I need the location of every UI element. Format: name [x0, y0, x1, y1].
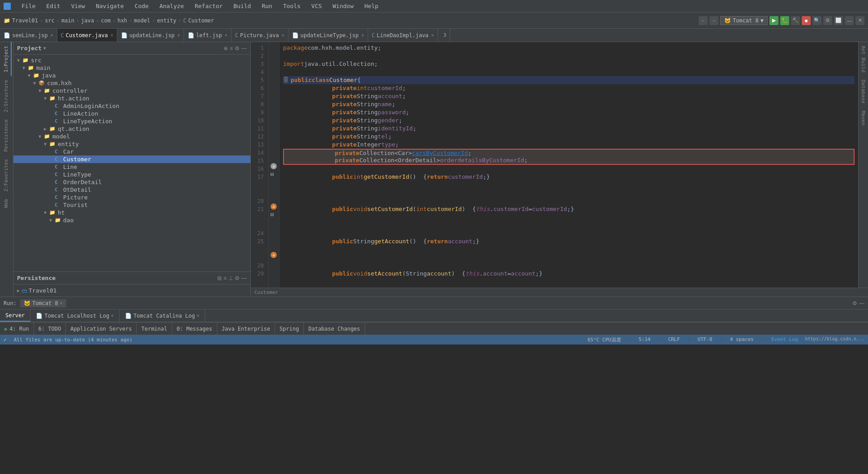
tab-picture-java[interactable]: C Picture.java ×	[232, 29, 288, 42]
breadcrumb-project[interactable]: Travel01	[12, 17, 38, 24]
back-button[interactable]: ←	[699, 16, 708, 25]
persistence-close-btn[interactable]: —	[241, 275, 247, 281]
tree-item-controller[interactable]: ▼ 📁 controller	[13, 87, 250, 95]
footer-tab-run[interactable]: ▶ 4: Run	[0, 323, 34, 335]
stop-button[interactable]: ■	[802, 16, 811, 25]
run-config-selector[interactable]: 🐱 Tomcat 8 ▼	[720, 16, 768, 25]
footer-tab-messages[interactable]: 0: Messages	[172, 323, 217, 335]
menu-edit[interactable]: Edit	[44, 2, 62, 10]
panel-collapse-btn[interactable]: ≡	[230, 45, 233, 52]
updateline-close[interactable]: ×	[177, 33, 180, 38]
customer-java-close[interactable]: ×	[111, 33, 113, 38]
settings-button[interactable]: ⚙	[823, 16, 832, 25]
close-window-button[interactable]: ✕	[855, 16, 864, 25]
breadcrumb-model[interactable]: model	[134, 17, 150, 24]
localhost-tab-close[interactable]: ×	[111, 313, 114, 318]
tree-item-linetypeaction[interactable]: ▶ C LineTypeAction	[13, 117, 250, 125]
menu-code[interactable]: Code	[133, 2, 150, 10]
forward-button[interactable]: →	[709, 16, 718, 25]
tree-item-lineaction[interactable]: ▶ C LineAction	[13, 110, 250, 117]
log-tab-catalina[interactable]: 📄 Tomcat Catalina Log ×	[120, 310, 205, 322]
tree-item-picture[interactable]: ▶ C Picture	[13, 194, 250, 201]
gutter-icon-l17[interactable]: a	[271, 163, 277, 169]
tree-item-line[interactable]: ▶ C Line	[13, 163, 250, 171]
gutter-fold-l21[interactable]: ⊟	[271, 211, 274, 218]
sidebar-item-persistence[interactable]: Persistence	[1, 116, 12, 155]
persistence-travel01[interactable]: ▶ 🗃 Travel01	[17, 286, 247, 295]
footer-tab-javaenterprise[interactable]: Java Enterprise	[217, 323, 275, 335]
sidebar-item-project[interactable]: 1:Project	[1, 42, 12, 76]
tab-more[interactable]: 3	[438, 29, 451, 42]
persistence-settings-btn[interactable]: ⚙	[235, 275, 240, 281]
maven-tab[interactable]: Maven	[859, 107, 868, 129]
linedaoimpl-close[interactable]: ×	[431, 33, 434, 38]
breadcrumb-src[interactable]: src	[45, 17, 55, 24]
gutter-icon-l33[interactable]: a	[271, 252, 277, 258]
tree-item-main[interactable]: ▼ 📁 main	[13, 64, 250, 72]
menu-navigate[interactable]: Navigate	[94, 2, 126, 10]
minimize-button[interactable]: —	[845, 16, 854, 25]
persistence-merge-btn[interactable]: ⊥	[228, 275, 233, 281]
tree-item-linetype[interactable]: ▶ C LineType	[13, 171, 250, 178]
tree-item-htaction[interactable]: ▼ 📁 ht.action	[13, 95, 250, 102]
event-log-link[interactable]: Event Log	[771, 336, 798, 343]
search-button[interactable]: 🔍	[812, 16, 821, 25]
tree-item-orderdetail[interactable]: ▶ C OrderDetail	[13, 178, 250, 186]
updatelinetype-close[interactable]: ×	[361, 33, 364, 38]
tree-item-model[interactable]: ▼ 📁 model	[13, 133, 250, 140]
left-jsp-close[interactable]: ×	[225, 33, 228, 38]
run-minimize-btn[interactable]: —	[859, 300, 864, 306]
tree-item-comhxh[interactable]: ▼ 📦 com.hxh	[13, 79, 250, 87]
tree-item-customer[interactable]: ▶ C Customer	[13, 155, 250, 163]
database-tab[interactable]: Database	[859, 76, 868, 107]
menu-file[interactable]: File	[20, 2, 37, 10]
tree-item-adminloginaction[interactable]: ▶ C AdminLoginAction	[13, 102, 250, 110]
tab-updateline-jsp[interactable]: 📄 updateLine.jsp ×	[117, 29, 184, 42]
tree-item-otdetail[interactable]: ▶ C OtDetail	[13, 186, 250, 194]
tab-seeline-jsp[interactable]: 📄 seeLine.jsp ×	[0, 29, 57, 42]
footer-tab-terminal[interactable]: Terminal	[137, 323, 172, 335]
gutter-icon-l25[interactable]: a	[271, 203, 277, 210]
code-body[interactable]: package com.hxh.model.entity; import jav…	[279, 42, 858, 288]
panel-close-btn[interactable]: —	[241, 45, 247, 52]
menu-window[interactable]: Window	[331, 2, 356, 10]
menu-run[interactable]: Run	[260, 2, 274, 10]
project-dropdown-icon[interactable]: ▼	[43, 46, 46, 51]
log-tab-localhost[interactable]: 📄 Tomcat Localhost Log ×	[30, 310, 120, 322]
breadcrumb-entity[interactable]: entity	[157, 17, 176, 24]
run-tab-close[interactable]: ×	[60, 301, 63, 306]
run-button[interactable]: ▶	[769, 16, 778, 25]
footer-tab-dbchanges[interactable]: Database Changes	[304, 323, 365, 335]
breadcrumb-java[interactable]: java	[81, 17, 94, 24]
tree-item-qtaction[interactable]: ▶ 📁 qt.action	[13, 125, 250, 133]
picture-java-close[interactable]: ×	[282, 33, 284, 38]
gutter-fold-l17[interactable]: ⊟	[271, 171, 274, 177]
tab-linedaoimpl-java[interactable]: C LineDaoImpl.java ×	[368, 29, 438, 42]
tree-item-dao[interactable]: ▼ 📁 dao	[13, 216, 250, 224]
seeline-close[interactable]: ×	[50, 33, 53, 38]
menu-build[interactable]: Build	[232, 2, 253, 10]
tree-item-car[interactable]: ▶ C Car	[13, 148, 250, 155]
breadcrumb-main[interactable]: main	[61, 17, 74, 24]
tree-item-entity[interactable]: ▼ 📁 entity	[13, 140, 250, 148]
maximize-button[interactable]: ⬜	[834, 16, 843, 25]
run-tab-tomcat8[interactable]: 🐱 Tomcat 8 ×	[20, 299, 66, 307]
tree-item-ht[interactable]: ▼ 📁 ht	[13, 209, 250, 216]
menu-tools[interactable]: Tools	[281, 2, 302, 10]
sidebar-item-favorites[interactable]: 2:Favorites	[1, 155, 12, 195]
ant-build-tab[interactable]: Ant Build	[859, 42, 868, 76]
persistence-align-btn[interactable]: ≡	[223, 275, 227, 281]
tab-left-jsp[interactable]: 📄 left.jsp ×	[184, 29, 232, 42]
panel-settings-btn[interactable]: ⚙	[235, 45, 240, 52]
sidebar-item-web[interactable]: Web	[1, 195, 12, 211]
footer-tab-appservers[interactable]: Application Servers	[66, 323, 137, 335]
debug-button[interactable]: 🐛	[780, 16, 789, 25]
menu-refactor[interactable]: Refactor	[193, 2, 225, 10]
menu-vcs[interactable]: VCS	[309, 2, 323, 10]
tab-customer-java[interactable]: C Customer.java ×	[57, 29, 117, 42]
footer-tab-spring[interactable]: Spring	[275, 323, 304, 335]
menu-analyze[interactable]: Analyze	[158, 2, 186, 10]
menu-help[interactable]: Help	[363, 2, 380, 10]
persistence-table-btn[interactable]: ⊞	[217, 275, 222, 281]
log-tab-server[interactable]: Server	[0, 310, 30, 322]
